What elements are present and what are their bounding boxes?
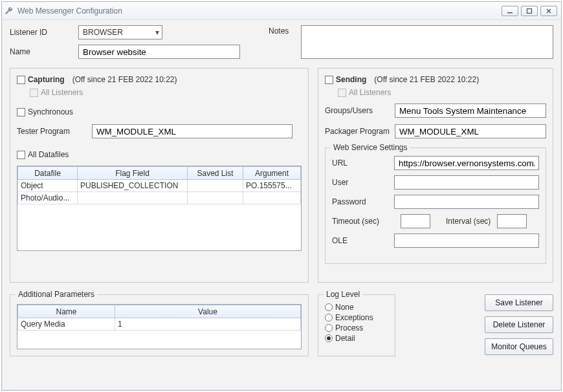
interval-input[interactable] xyxy=(497,214,527,228)
save-listener-button[interactable]: Save Listener xyxy=(485,294,553,311)
sending-checkbox[interactable]: Sending xyxy=(325,75,366,84)
delete-listener-button[interactable]: Delete Listener xyxy=(485,316,553,333)
content: Listener ID BROWSER ▾ Name Notes xyxy=(2,20,561,390)
minimize-button[interactable] xyxy=(502,6,518,16)
url-label: URL xyxy=(332,158,394,168)
col-argument[interactable]: Argument xyxy=(243,167,301,180)
password-label: Password xyxy=(332,197,394,206)
titlebar: Web Messenger Configuration xyxy=(2,2,561,20)
url-input[interactable] xyxy=(394,156,539,170)
col-param-name[interactable]: Name xyxy=(18,305,115,318)
name-input[interactable] xyxy=(78,45,240,59)
monitor-queues-button[interactable]: Monitor Queues xyxy=(485,338,553,355)
window: Web Messenger Configuration Listener ID … xyxy=(1,1,562,391)
web-service-settings-legend: Web Service Settings xyxy=(331,143,410,152)
web-service-settings-group: Web Service Settings URL User Password xyxy=(325,147,546,264)
listener-id-value: BROWSER xyxy=(83,28,123,37)
col-param-value[interactable]: Value xyxy=(115,305,301,318)
notes-label: Notes xyxy=(269,25,301,59)
user-input[interactable] xyxy=(394,175,539,190)
col-saved-list[interactable]: Saved List xyxy=(188,167,243,180)
capturing-all-listeners-checkbox: All Listeners xyxy=(30,88,302,97)
col-datafile[interactable]: Datafile xyxy=(18,167,78,180)
timeout-input[interactable] xyxy=(401,214,430,228)
packager-program-label: Packager Program xyxy=(325,127,395,136)
listener-id-select[interactable]: BROWSER ▾ xyxy=(78,25,162,39)
packager-program-input[interactable] xyxy=(395,124,546,138)
log-level-group: Log Level None Exceptions Process Detail xyxy=(318,294,395,356)
tester-program-input[interactable] xyxy=(92,124,293,138)
all-datafiles-checkbox[interactable]: All Datafiles xyxy=(17,150,302,159)
capturing-group: Capturing (Off since 21 FEB 2022 10:22) … xyxy=(10,68,309,283)
groups-users-input[interactable] xyxy=(395,103,546,118)
maximize-button[interactable] xyxy=(521,6,538,16)
sending-group: Sending (Off since 21 FEB 2022 10:22) Al… xyxy=(318,68,553,283)
log-level-legend: Log Level xyxy=(324,290,362,299)
groups-users-label: Groups/Users xyxy=(325,106,395,115)
capturing-checkbox[interactable]: Capturing xyxy=(17,75,65,84)
notes-textarea[interactable] xyxy=(301,25,553,59)
table-row[interactable]: Photo/Audio... xyxy=(18,192,301,204)
listener-id-label: Listener ID xyxy=(10,28,78,37)
timeout-label: Timeout (sec) xyxy=(332,217,394,226)
additional-parameters-table[interactable]: Name Value Query Media 1 xyxy=(17,304,302,349)
loglevel-detail-radio[interactable]: Detail xyxy=(325,334,388,343)
additional-parameters-legend: Additional Parameters xyxy=(16,290,97,299)
sending-all-listeners-checkbox: All Listeners xyxy=(338,88,546,97)
datafiles-table[interactable]: Datafile Flag Field Saved List Argument … xyxy=(17,166,302,251)
table-row[interactable]: Object PUBLISHED_COLLECTION PO.155575... xyxy=(18,180,301,192)
password-input[interactable] xyxy=(394,195,539,209)
window-title: Web Messenger Configuration xyxy=(17,6,502,16)
synchronous-checkbox[interactable]: Synchronous xyxy=(17,107,302,116)
interval-label: Interval (sec) xyxy=(446,217,491,226)
user-label: User xyxy=(332,178,394,187)
loglevel-none-radio[interactable]: None xyxy=(325,303,388,312)
ole-label: OLE xyxy=(332,236,394,245)
close-button[interactable] xyxy=(540,6,557,16)
tester-program-label: Tester Program xyxy=(17,127,92,136)
svg-rect-1 xyxy=(527,8,532,13)
sending-status: (Off since 21 FEB 2022 10:22) xyxy=(374,75,479,84)
chevron-down-icon: ▾ xyxy=(155,28,159,37)
name-label: Name xyxy=(10,47,78,56)
loglevel-process-radio[interactable]: Process xyxy=(325,323,388,332)
additional-parameters-group: Additional Parameters Name Value Query M… xyxy=(10,294,309,356)
table-row[interactable]: Query Media 1 xyxy=(18,318,301,331)
wrench-icon xyxy=(5,6,14,16)
svg-rect-0 xyxy=(507,12,513,14)
loglevel-exceptions-radio[interactable]: Exceptions xyxy=(325,313,388,322)
col-flag-field[interactable]: Flag Field xyxy=(78,167,188,180)
ole-input[interactable] xyxy=(394,234,539,248)
capturing-status: (Off since 21 FEB 2022 10:22) xyxy=(72,75,177,84)
